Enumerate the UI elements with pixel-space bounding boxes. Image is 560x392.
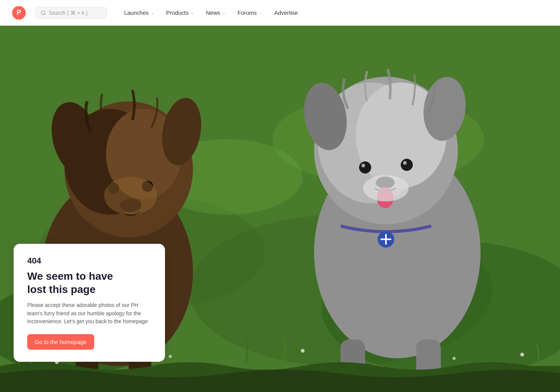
svg-line-1 [44, 14, 45, 15]
svg-point-29 [401, 159, 413, 171]
svg-point-34 [363, 175, 409, 201]
error-title: We seem to have lost this page [27, 270, 151, 296]
nav-item-advertise[interactable]: Advertise [269, 6, 303, 19]
error-code: 404 [27, 256, 151, 266]
chevron-down-icon: ⌄ [191, 11, 194, 15]
svg-point-28 [359, 161, 371, 174]
svg-point-40 [301, 349, 305, 353]
search-placeholder: Search ( ⌘ + k ) [49, 10, 87, 16]
nav-item-forums[interactable]: Forums ⌄ [232, 6, 268, 19]
chevron-down-icon: ⌄ [259, 11, 262, 15]
logo-icon: P [12, 6, 26, 20]
chevron-down-icon: ⌄ [222, 11, 226, 15]
search-box[interactable]: Search ( ⌘ + k ) [35, 7, 107, 19]
logo[interactable]: P [12, 6, 26, 20]
svg-point-39 [169, 355, 172, 358]
svg-point-31 [403, 161, 407, 165]
go-to-homepage-button[interactable]: Go to the homepage [27, 334, 94, 350]
svg-point-21 [104, 177, 157, 215]
search-icon [40, 10, 46, 15]
nav-items: Launches ⌄ Products ⌄ News ⌄ Forums ⌄ Ad… [119, 6, 303, 19]
error-description: Please accept these adorable photos of o… [27, 301, 151, 326]
chevron-down-icon: ⌄ [151, 11, 154, 15]
hero-background: 404 We seem to have lost this page Pleas… [0, 26, 560, 392]
svg-point-41 [453, 357, 456, 360]
nav-item-news[interactable]: News ⌄ [201, 6, 231, 19]
navbar: P Search ( ⌘ + k ) Launches ⌄ Products ⌄… [0, 0, 560, 26]
error-card: 404 We seem to have lost this page Pleas… [14, 244, 165, 362]
nav-item-launches[interactable]: Launches ⌄ [119, 6, 159, 19]
svg-point-30 [361, 164, 365, 167]
svg-point-42 [520, 353, 524, 356]
nav-item-products[interactable]: Products ⌄ [161, 6, 199, 19]
